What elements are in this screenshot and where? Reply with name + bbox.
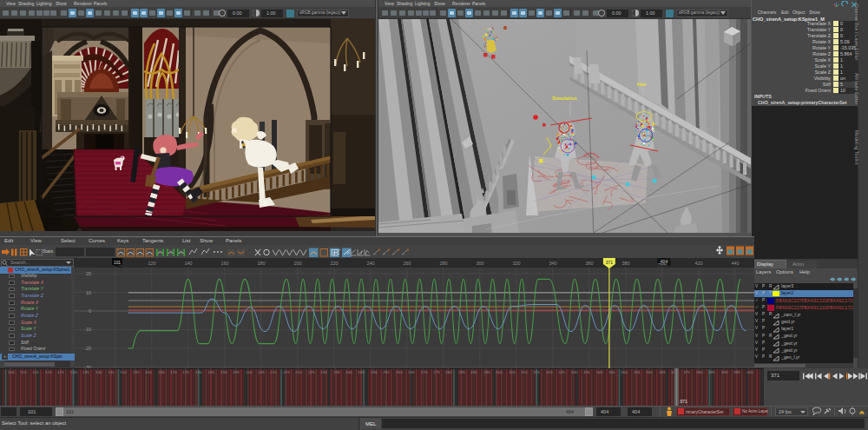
- svg-text:-10: -10: [84, 327, 91, 332]
- svg-text:195: 195: [233, 370, 240, 374]
- svg-text:Hair: Hair: [637, 82, 648, 87]
- svg-text:330: 330: [571, 370, 578, 374]
- svg-text:215: 215: [283, 370, 290, 374]
- svg-text:180: 180: [257, 261, 265, 266]
- svg-text:20: 20: [86, 271, 91, 276]
- svg-text:101: 101: [114, 261, 121, 265]
- svg-text:150: 150: [120, 370, 127, 374]
- svg-text:360: 360: [585, 261, 593, 266]
- svg-text:210: 210: [270, 370, 277, 374]
- svg-text:260: 260: [403, 261, 411, 266]
- svg-text:220: 220: [330, 261, 338, 266]
- svg-text:280: 280: [439, 261, 447, 266]
- svg-text:371: 371: [606, 260, 614, 265]
- svg-text:10: 10: [86, 290, 91, 295]
- svg-text:220: 220: [295, 370, 302, 374]
- svg-text:0: 0: [89, 308, 91, 314]
- svg-text:175: 175: [182, 370, 189, 374]
- svg-text:110: 110: [21, 370, 28, 374]
- svg-text:320: 320: [546, 370, 553, 374]
- svg-text:235: 235: [333, 370, 340, 374]
- svg-text:375: 375: [683, 370, 690, 374]
- svg-text:140: 140: [95, 370, 102, 374]
- svg-text:245: 245: [358, 370, 365, 374]
- svg-text:395: 395: [733, 370, 740, 374]
- svg-text:290: 290: [470, 370, 477, 374]
- svg-text:420: 420: [694, 261, 702, 266]
- svg-text:305: 305: [509, 370, 516, 374]
- svg-text:280: 280: [445, 370, 452, 374]
- svg-text:115: 115: [33, 370, 40, 374]
- svg-text:270: 270: [421, 370, 428, 374]
- svg-text:170: 170: [170, 370, 177, 374]
- svg-text:200: 200: [293, 261, 301, 266]
- svg-text:400: 400: [746, 370, 753, 374]
- svg-text:185: 185: [207, 370, 214, 374]
- svg-text:120: 120: [148, 261, 155, 266]
- svg-text:165: 165: [158, 370, 165, 374]
- svg-text:285: 285: [458, 370, 465, 374]
- svg-text:315: 315: [533, 370, 540, 374]
- svg-text:440: 440: [731, 261, 739, 266]
- svg-text:160: 160: [145, 370, 152, 374]
- svg-text:250: 250: [371, 370, 378, 374]
- svg-text:190: 190: [220, 370, 227, 374]
- svg-text:380: 380: [621, 261, 629, 266]
- svg-text:340: 340: [596, 370, 603, 374]
- svg-text:105: 105: [8, 370, 15, 374]
- svg-text:125: 125: [57, 370, 64, 374]
- svg-text:360: 360: [646, 370, 653, 374]
- svg-text:371: 371: [680, 399, 687, 404]
- svg-text:385: 385: [708, 370, 715, 374]
- svg-text:295: 295: [483, 370, 490, 374]
- svg-text:380: 380: [696, 370, 703, 374]
- svg-text:390: 390: [721, 370, 728, 374]
- svg-text:300: 300: [476, 261, 483, 266]
- svg-text:365: 365: [659, 370, 666, 374]
- svg-text:265: 265: [408, 370, 415, 374]
- svg-text:160: 160: [220, 261, 228, 266]
- svg-text:155: 155: [133, 370, 140, 374]
- svg-text:240: 240: [345, 370, 352, 374]
- svg-text:345: 345: [608, 370, 615, 374]
- svg-text:310: 310: [521, 370, 528, 374]
- svg-text:200: 200: [246, 370, 253, 374]
- svg-text:135: 135: [82, 370, 89, 374]
- svg-text:275: 275: [433, 370, 440, 374]
- svg-text:205: 205: [258, 370, 265, 374]
- svg-text:350: 350: [621, 370, 628, 374]
- svg-text:130: 130: [70, 370, 77, 374]
- svg-text:300: 300: [496, 370, 503, 374]
- svg-text:-20: -20: [84, 346, 91, 351]
- svg-text:230: 230: [320, 370, 327, 374]
- svg-text:335: 335: [583, 370, 590, 374]
- svg-text:325: 325: [558, 370, 565, 374]
- svg-text:240: 240: [366, 261, 374, 266]
- svg-text:225: 225: [308, 370, 315, 374]
- svg-text:Simulation: Simulation: [552, 96, 577, 101]
- svg-text:320: 320: [512, 261, 520, 266]
- svg-text:145: 145: [108, 370, 115, 374]
- svg-text:404: 404: [661, 259, 668, 264]
- svg-text:120: 120: [45, 370, 52, 374]
- svg-text:260: 260: [396, 370, 403, 374]
- svg-text:140: 140: [184, 261, 192, 266]
- svg-text:255: 255: [383, 370, 390, 374]
- svg-text:180: 180: [195, 370, 202, 374]
- svg-text:340: 340: [549, 261, 556, 266]
- svg-text:355: 355: [634, 370, 641, 374]
